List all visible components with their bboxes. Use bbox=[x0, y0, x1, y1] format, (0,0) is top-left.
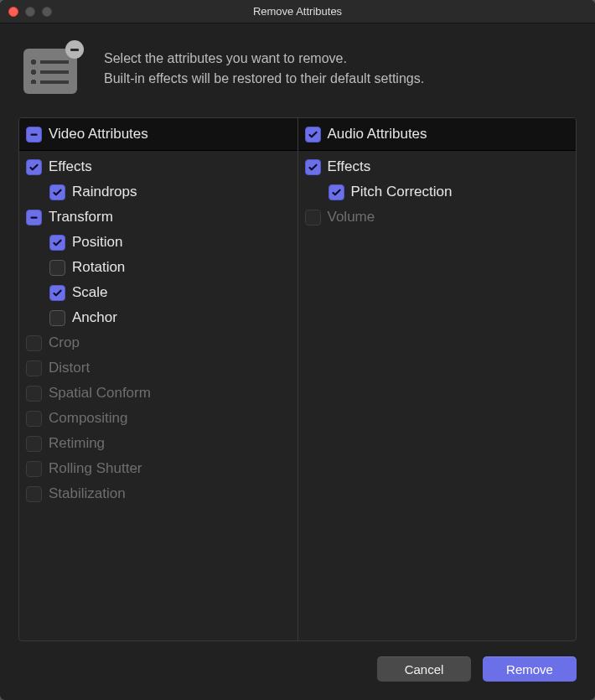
video-position-row: Position bbox=[26, 230, 291, 255]
audio-attributes-header-checkbox[interactable] bbox=[305, 127, 321, 143]
video-attributes-list: EffectsRaindropsTransformPositionRotatio… bbox=[19, 151, 298, 510]
video-attributes-header: Video Attributes bbox=[19, 118, 298, 151]
video-raindrops-checkbox[interactable] bbox=[49, 184, 65, 200]
dialog-description: Select the attributes you want to remove… bbox=[104, 49, 424, 89]
audio-volume-checkbox bbox=[305, 210, 321, 226]
dialog-header: Select the attributes you want to remove… bbox=[0, 23, 595, 117]
video-stabilization-checkbox bbox=[26, 486, 42, 502]
video-spatial-conform-label: Spatial Conform bbox=[49, 385, 151, 402]
video-anchor-row: Anchor bbox=[26, 305, 291, 330]
video-effects-row: Effects bbox=[26, 154, 291, 179]
attribute-panels: Video Attributes EffectsRaindropsTransfo… bbox=[18, 117, 577, 641]
video-rolling-shutter-label: Rolling Shutter bbox=[49, 460, 142, 477]
video-rolling-shutter-checkbox bbox=[26, 461, 42, 477]
video-transform-row: Transform bbox=[26, 205, 291, 230]
video-stabilization-label: Stabilization bbox=[49, 485, 126, 502]
dialog-description-line: Built-in effects will be restored to the… bbox=[104, 69, 424, 89]
video-effects-label: Effects bbox=[49, 158, 92, 175]
video-spatial-conform-row: Spatial Conform bbox=[26, 381, 291, 406]
zoom-window-button[interactable] bbox=[42, 7, 52, 17]
video-crop-label: Crop bbox=[49, 334, 80, 351]
audio-pitch-correction-label: Pitch Correction bbox=[351, 184, 453, 200]
video-raindrops-row: Raindrops bbox=[26, 179, 291, 205]
video-effects-checkbox[interactable] bbox=[26, 159, 42, 175]
audio-effects-row: Effects bbox=[305, 154, 570, 179]
video-spatial-conform-checkbox bbox=[26, 386, 42, 402]
video-compositing-row: Compositing bbox=[26, 406, 291, 431]
video-attributes-header-row: Video Attributes bbox=[26, 122, 291, 147]
video-retiming-row: Retiming bbox=[26, 431, 291, 456]
remove-button[interactable]: Remove bbox=[483, 656, 577, 682]
svg-rect-3 bbox=[30, 216, 37, 218]
audio-effects-checkbox[interactable] bbox=[305, 159, 321, 175]
video-compositing-checkbox bbox=[26, 411, 42, 427]
video-distort-row: Distort bbox=[26, 355, 291, 381]
dialog-description-line: Select the attributes you want to remove… bbox=[104, 49, 424, 69]
video-anchor-label: Anchor bbox=[72, 309, 117, 326]
audio-effects-label: Effects bbox=[328, 158, 371, 175]
video-rotation-label: Rotation bbox=[72, 259, 125, 276]
dialog-window: Remove Attributes Select the attributes … bbox=[0, 0, 595, 700]
video-scale-label: Scale bbox=[72, 284, 108, 301]
titlebar: Remove Attributes bbox=[0, 0, 595, 23]
video-crop-row: Crop bbox=[26, 330, 291, 355]
video-distort-checkbox bbox=[26, 360, 42, 376]
video-position-label: Position bbox=[72, 234, 122, 251]
video-compositing-label: Compositing bbox=[49, 410, 128, 427]
video-crop-checkbox bbox=[26, 335, 42, 351]
dialog-footer: Cancel Remove bbox=[0, 656, 595, 700]
video-stabilization-row: Stabilization bbox=[26, 481, 291, 506]
window-title: Remove Attributes bbox=[0, 5, 595, 18]
video-attributes-panel: Video Attributes EffectsRaindropsTransfo… bbox=[19, 118, 298, 640]
remove-attributes-icon bbox=[23, 44, 82, 94]
video-distort-label: Distort bbox=[49, 360, 90, 376]
video-attributes-header-checkbox[interactable] bbox=[26, 127, 42, 143]
video-rotation-checkbox[interactable] bbox=[49, 260, 65, 276]
video-raindrops-label: Raindrops bbox=[72, 184, 137, 200]
audio-attributes-list: EffectsPitch CorrectionVolume bbox=[298, 151, 577, 233]
video-scale-checkbox[interactable] bbox=[49, 285, 65, 301]
svg-rect-0 bbox=[30, 133, 37, 135]
audio-attributes-header-row: Audio Attributes bbox=[305, 122, 570, 147]
video-scale-row: Scale bbox=[26, 280, 291, 305]
audio-volume-label: Volume bbox=[328, 209, 375, 226]
video-retiming-label: Retiming bbox=[49, 435, 105, 452]
cancel-button[interactable]: Cancel bbox=[377, 656, 471, 682]
video-rolling-shutter-row: Rolling Shutter bbox=[26, 456, 291, 481]
audio-attributes-header: Audio Attributes bbox=[298, 118, 577, 151]
close-window-button[interactable] bbox=[8, 7, 18, 17]
video-position-checkbox[interactable] bbox=[49, 235, 65, 251]
video-transform-label: Transform bbox=[49, 209, 113, 226]
video-rotation-row: Rotation bbox=[26, 255, 291, 280]
video-retiming-checkbox bbox=[26, 436, 42, 452]
audio-attributes-panel: Audio Attributes EffectsPitch Correction… bbox=[298, 118, 577, 640]
audio-volume-row: Volume bbox=[305, 205, 570, 230]
video-anchor-checkbox[interactable] bbox=[49, 310, 65, 326]
audio-attributes-header-label: Audio Attributes bbox=[328, 126, 427, 143]
audio-pitch-correction-checkbox[interactable] bbox=[329, 184, 344, 200]
window-controls bbox=[0, 7, 52, 17]
audio-pitch-correction-row: Pitch Correction bbox=[305, 179, 570, 205]
video-transform-checkbox[interactable] bbox=[26, 210, 42, 226]
minus-badge-icon bbox=[65, 40, 84, 59]
video-attributes-header-label: Video Attributes bbox=[49, 126, 148, 143]
minimize-window-button[interactable] bbox=[25, 7, 35, 17]
